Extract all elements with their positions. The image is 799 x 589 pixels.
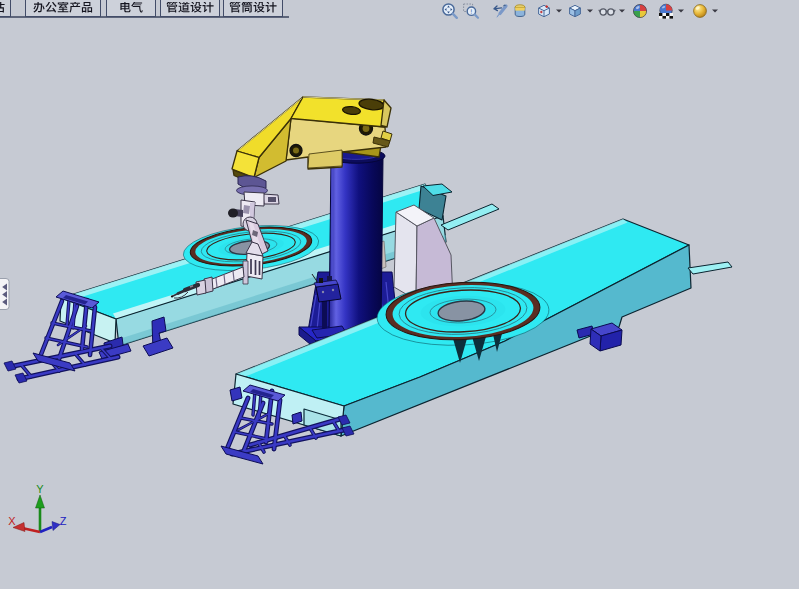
apply-scene-button[interactable] — [656, 1, 685, 21]
display-style-button[interactable] — [565, 1, 594, 21]
panel-flyout-collapse-button[interactable] — [0, 278, 10, 310]
left-beam-side-fin[interactable] — [441, 204, 499, 230]
dropdown-arrow-icon[interactable] — [711, 8, 719, 14]
previous-view-button[interactable] — [490, 1, 510, 21]
zoom-to-area-button[interactable]: ! — [461, 1, 481, 21]
display-style-icon — [565, 1, 585, 21]
cad-viewport[interactable]: Y X Z 评估 办公室产品 电气 管道设计 管筒设计 ! — [0, 0, 799, 589]
tab-label: 评估 — [0, 0, 10, 16]
view-settings-button[interactable] — [690, 1, 719, 21]
view-orientation-button[interactable] — [534, 1, 563, 21]
view-orientation-icon — [534, 1, 554, 21]
zoom-to-fit-button[interactable] — [440, 1, 460, 21]
triad-z-label: Z — [60, 515, 67, 527]
tab-label: 管筒设计 — [224, 0, 282, 16]
triad-y-label: Y — [36, 483, 44, 495]
tab-label: 办公室产品 — [26, 0, 100, 16]
svg-text:!: ! — [470, 8, 473, 16]
apply-scene-icon — [656, 1, 676, 21]
tab-label: 管道设计 — [161, 0, 219, 16]
viewport-3d-scene[interactable]: Y X Z — [0, 0, 799, 589]
tab-label: 电气 — [107, 0, 155, 16]
right-beam-side-fin[interactable] — [688, 262, 732, 274]
previous-view-icon — [490, 1, 510, 21]
dropdown-arrow-icon[interactable] — [586, 8, 594, 14]
dropdown-arrow-icon[interactable] — [677, 8, 685, 14]
command-tab-4[interactable]: 管筒设计 — [223, 0, 283, 17]
section-view-button[interactable] — [511, 1, 531, 21]
dropdown-arrow-icon[interactable] — [555, 8, 563, 14]
section-view-icon — [511, 1, 531, 21]
command-tab-1[interactable]: 办公室产品 — [25, 0, 101, 17]
hide-show-items-icon — [597, 1, 617, 21]
zoom-to-fit-icon — [440, 1, 460, 21]
edit-appearance-icon — [630, 1, 650, 21]
edit-appearance-button[interactable] — [630, 1, 650, 21]
command-manager-bar: 评估 办公室产品 电气 管道设计 管筒设计 ! — [0, 0, 799, 22]
command-tab-2[interactable]: 电气 — [106, 0, 156, 17]
hide-show-items-button[interactable] — [597, 1, 626, 21]
triad-x-label: X — [8, 515, 16, 527]
dropdown-arrow-icon[interactable] — [618, 8, 626, 14]
view-settings-icon — [690, 1, 710, 21]
command-tab-0[interactable]: 评估 — [0, 0, 11, 17]
zoom-to-area-icon: ! — [461, 1, 481, 21]
orientation-triad: Y X Z — [8, 483, 66, 532]
command-tab-3[interactable]: 管道设计 — [160, 0, 220, 17]
